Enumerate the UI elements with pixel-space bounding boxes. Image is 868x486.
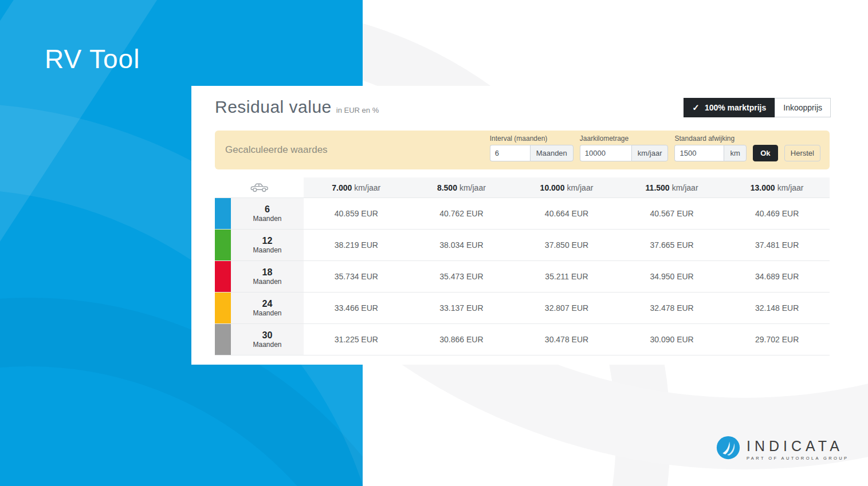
marktprijs-button[interactable]: ✓ 100% marktprijs	[684, 98, 775, 117]
column-header-value: 13.000	[751, 183, 775, 192]
deviation-input[interactable]	[674, 145, 724, 161]
mileage-suffix: km/jaar	[631, 145, 669, 161]
row-months: 18	[262, 267, 273, 278]
row-label: 18 Maanden	[231, 261, 304, 292]
value-cell: 35.473 EUR	[409, 261, 514, 292]
car-icon-cell	[215, 177, 304, 197]
controls-group: Interval (maanden) Maanden Jaarkilometra…	[490, 135, 820, 161]
table-row: 12 Maanden 38.219 EUR 38.034 EUR 37.850 …	[215, 230, 830, 261]
section-label: Gecalculeerde waardes	[225, 144, 328, 156]
column-header-unit: km/jaar	[672, 183, 698, 192]
table-row: 24 Maanden 33.466 EUR 33.137 EUR 32.807 …	[215, 293, 830, 324]
deviation-field-group: Standaard afwijking km	[674, 135, 746, 161]
value-cell: 30.866 EUR	[409, 324, 514, 355]
row-color-swatch	[215, 293, 231, 323]
price-mode-toggle: ✓ 100% marktprijs Inkoopprijs	[684, 98, 831, 117]
value-cell: 30.090 EUR	[619, 324, 725, 355]
row-unit: Maanden	[253, 341, 281, 349]
calculated-values-band: Gecalculeerde waardes Interval (maanden)…	[215, 131, 830, 169]
column-header: 11.500 km/jaar	[619, 177, 725, 197]
deviation-label: Standaard afwijking	[674, 135, 746, 143]
column-header-unit: km/jaar	[567, 183, 593, 192]
column-header-unit: km/jaar	[777, 183, 804, 192]
car-icon	[250, 182, 269, 193]
residual-value-card: Residual value in EUR en % ✓ 100% marktp…	[191, 86, 836, 365]
value-cell: 35.211 EUR	[514, 261, 619, 292]
column-header-value: 11.500	[646, 183, 670, 192]
inkoopprijs-label: Inkoopprijs	[783, 103, 822, 112]
value-cell: 35.734 EUR	[304, 261, 409, 292]
column-header: 7.000 km/jaar	[304, 177, 409, 197]
indicata-logo-text: INDICATA PART OF AUTOROLA GROUP	[747, 438, 849, 461]
interval-input[interactable]	[490, 145, 530, 161]
herstel-button[interactable]: Herstel	[784, 145, 820, 161]
inkoopprijs-button[interactable]: Inkoopprijs	[775, 98, 831, 117]
page-title: Residual value	[215, 97, 332, 117]
value-cell: 30.478 EUR	[514, 324, 619, 355]
value-cell: 38.034 EUR	[409, 230, 514, 260]
row-months: 12	[262, 235, 273, 246]
marktprijs-label: 100% marktprijs	[705, 103, 766, 112]
table-row: 6 Maanden 40.859 EUR 40.762 EUR 40.664 E…	[215, 198, 830, 230]
table-header-row: 7.000 km/jaar 8.500 km/jaar 10.000 km/ja…	[215, 177, 830, 198]
row-color-swatch	[215, 230, 231, 260]
indicata-logo-icon	[716, 436, 740, 460]
value-cell: 37.850 EUR	[514, 230, 619, 260]
page-subtitle: in EUR en %	[336, 106, 379, 114]
mileage-label: Jaarkilometrage	[580, 135, 669, 143]
value-cell: 40.859 EUR	[304, 198, 409, 229]
ok-button[interactable]: Ok	[753, 145, 778, 161]
column-header: 8.500 km/jaar	[409, 177, 514, 197]
column-header-value: 8.500	[437, 183, 457, 192]
row-unit: Maanden	[253, 278, 281, 286]
mileage-field-group: Jaarkilometrage km/jaar	[580, 135, 669, 161]
value-cell: 40.762 EUR	[409, 198, 514, 229]
check-icon: ✓	[692, 102, 700, 113]
interval-field-group: Interval (maanden) Maanden	[490, 135, 574, 161]
logo-tagline: PART OF AUTOROLA GROUP	[747, 456, 849, 461]
card-header: Residual value in EUR en %	[215, 97, 379, 117]
value-cell: 40.469 EUR	[724, 198, 830, 229]
logo-name: INDICATA	[747, 438, 849, 455]
column-header-unit: km/jaar	[459, 183, 486, 192]
value-cell: 37.665 EUR	[619, 230, 725, 260]
column-header-value: 10.000	[540, 183, 565, 192]
value-cell: 40.664 EUR	[514, 198, 619, 229]
row-label: 24 Maanden	[231, 293, 304, 323]
row-months: 24	[262, 298, 273, 309]
value-cell: 33.137 EUR	[409, 293, 514, 323]
column-header: 10.000 km/jaar	[514, 177, 619, 197]
column-header: 13.000 km/jaar	[724, 177, 830, 197]
row-months: 30	[262, 330, 273, 341]
slide-title: RV Tool	[45, 44, 140, 74]
row-months: 6	[265, 204, 270, 215]
interval-suffix: Maanden	[530, 145, 574, 161]
value-cell: 29.702 EUR	[724, 324, 830, 355]
column-header-unit: km/jaar	[354, 183, 380, 192]
residual-value-table: 7.000 km/jaar 8.500 km/jaar 10.000 km/ja…	[215, 177, 830, 355]
row-label: 30 Maanden	[231, 324, 304, 355]
value-cell: 32.148 EUR	[724, 293, 830, 323]
indicata-logo: INDICATA PART OF AUTOROLA GROUP	[716, 436, 849, 461]
row-unit: Maanden	[253, 246, 281, 255]
value-cell: 37.481 EUR	[724, 230, 830, 260]
row-color-swatch	[215, 261, 231, 292]
mileage-input[interactable]	[580, 145, 631, 161]
deviation-suffix: km	[724, 145, 746, 161]
row-color-swatch	[215, 198, 231, 229]
interval-label: Interval (maanden)	[490, 135, 574, 143]
table-row: 30 Maanden 31.225 EUR 30.866 EUR 30.478 …	[215, 324, 830, 355]
table-row: 18 Maanden 35.734 EUR 35.473 EUR 35.211 …	[215, 261, 830, 293]
value-cell: 31.225 EUR	[304, 324, 409, 355]
value-cell: 34.689 EUR	[724, 261, 830, 292]
row-label: 6 Maanden	[231, 198, 304, 229]
value-cell: 32.807 EUR	[514, 293, 619, 323]
value-cell: 33.466 EUR	[304, 293, 409, 323]
value-cell: 32.478 EUR	[619, 293, 725, 323]
row-color-swatch	[215, 324, 231, 355]
row-label: 12 Maanden	[231, 230, 304, 260]
value-cell: 34.950 EUR	[619, 261, 725, 292]
value-cell: 40.567 EUR	[619, 198, 725, 229]
row-unit: Maanden	[253, 215, 281, 223]
column-header-value: 7.000	[332, 183, 352, 192]
